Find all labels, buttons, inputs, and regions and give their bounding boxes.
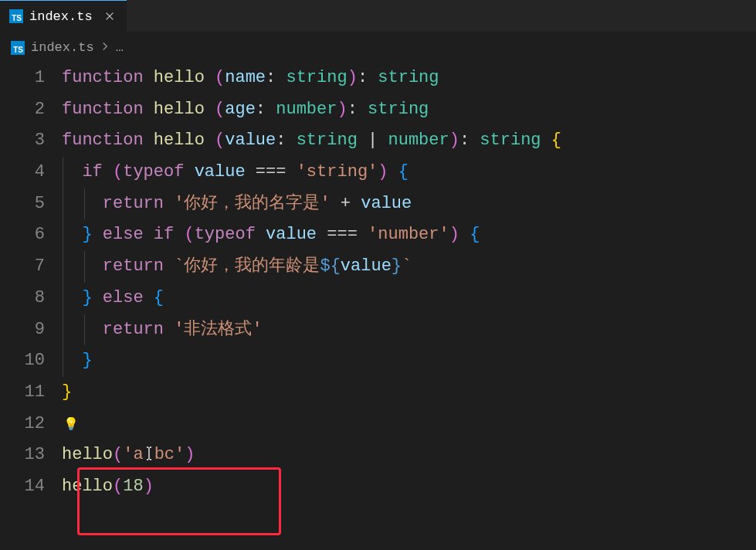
tab-index-ts[interactable]: TS index.ts: [0, 0, 127, 32]
indent-guide: [84, 188, 85, 220]
breadcrumb[interactable]: TS index.ts …: [0, 32, 756, 59]
typescript-icon: TS: [9, 9, 23, 23]
breadcrumb-filename: index.ts: [31, 40, 94, 55]
line-number: 11: [0, 377, 62, 409]
indent-guide: [63, 219, 63, 251]
indent-guide: [63, 314, 63, 346]
indent-guide: [63, 345, 63, 377]
line-number: 3: [0, 125, 62, 157]
typescript-icon: TS: [11, 41, 25, 55]
code-content[interactable]: function hello (age: number): string: [62, 94, 756, 126]
line-number: 5: [0, 188, 62, 220]
code-content[interactable]: function hello (name: string): string: [62, 63, 756, 94]
code-content[interactable]: return '非法格式': [62, 314, 756, 346]
line-number: 8: [0, 283, 62, 314]
indent-guide: [63, 188, 63, 220]
code-line[interactable]: 3function hello (value: string | number)…: [0, 125, 756, 157]
code-line[interactable]: 13hello('abc'): [0, 440, 756, 471]
code-line[interactable]: 10 }: [0, 345, 756, 377]
code-line[interactable]: 8 } else {: [0, 283, 756, 314]
code-line[interactable]: 1function hello (name: string): string: [0, 63, 756, 94]
code-content[interactable]: hello('abc'): [62, 440, 756, 471]
code-content[interactable]: 💡: [62, 409, 756, 440]
indent-guide: [84, 251, 85, 283]
code-content[interactable]: hello(18): [62, 471, 756, 503]
code-content[interactable]: function hello (value: string | number):…: [62, 125, 756, 157]
code-content[interactable]: if (typeof value === 'string') {: [62, 157, 756, 188]
line-number: 9: [0, 314, 62, 346]
code-line[interactable]: 2function hello (age: number): string: [0, 94, 756, 126]
indent-guide: [63, 157, 63, 188]
code-line[interactable]: 7 return `你好，我的年龄是${value}`: [0, 251, 756, 283]
code-line[interactable]: 4 if (typeof value === 'string') {: [0, 157, 756, 188]
line-number: 1: [0, 63, 62, 94]
close-icon[interactable]: [102, 8, 117, 24]
code-line[interactable]: 11}: [0, 377, 756, 409]
code-line[interactable]: 14hello(18): [0, 471, 756, 503]
indent-guide: [63, 251, 63, 283]
line-number: 10: [0, 345, 62, 377]
text-cursor-icon: [144, 446, 154, 466]
code-content[interactable]: return `你好，我的年龄是${value}`: [62, 251, 756, 283]
code-content[interactable]: return '你好，我的名字是' + value: [62, 188, 756, 220]
code-content[interactable]: } else {: [62, 283, 756, 314]
code-line[interactable]: 9 return '非法格式': [0, 314, 756, 346]
code-content[interactable]: }: [62, 345, 756, 377]
line-number: 12: [0, 409, 62, 440]
indent-guide: [84, 314, 85, 346]
code-line[interactable]: 5 return '你好，我的名字是' + value: [0, 188, 756, 220]
code-content[interactable]: }: [62, 377, 756, 409]
code-content[interactable]: } else if (typeof value === 'number') {: [62, 219, 756, 251]
indent-guide: [63, 283, 63, 314]
code-editor[interactable]: 1function hello (name: string): string2f…: [0, 59, 756, 503]
code-line[interactable]: 6 } else if (typeof value === 'number') …: [0, 219, 756, 251]
tab-filename: index.ts: [29, 9, 93, 24]
line-number: 2: [0, 94, 62, 126]
chevron-right-icon: [100, 40, 110, 55]
code-line[interactable]: 12💡: [0, 409, 756, 440]
tab-bar: TS index.ts: [0, 0, 756, 32]
breadcrumb-ellipsis[interactable]: …: [116, 40, 124, 55]
line-number: 13: [0, 440, 62, 471]
line-number: 4: [0, 157, 62, 188]
line-number: 7: [0, 251, 62, 283]
line-number: 14: [0, 471, 62, 503]
line-number: 6: [0, 219, 62, 251]
